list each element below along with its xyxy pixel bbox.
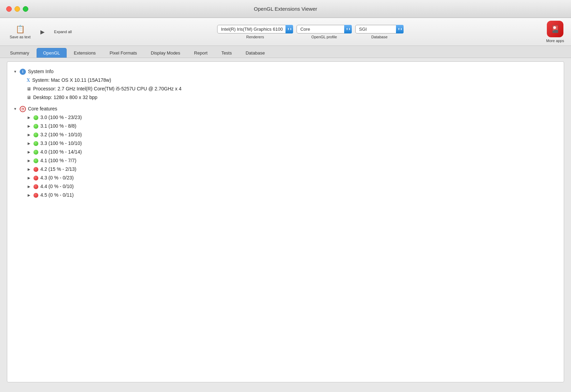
renderer-label: Renderers (246, 35, 264, 39)
osx-icon: X (27, 77, 30, 84)
main-content: i System Info X System: Mac OS X 10.11 (… (7, 61, 564, 382)
tab-pixel-formats[interactable]: Pixel Formats (103, 48, 143, 58)
tab-extensions[interactable]: Extensions (67, 48, 103, 58)
green-dot-1 (33, 124, 38, 129)
version-label-2: 3.2 (100 % - 10/10) (40, 131, 82, 138)
version-label-4: 4.0 (100 % - 14/14) (40, 148, 82, 156)
version-rows: 3.0 (100 % - 23/23)3.1 (100 % - 8/8)3.2 … (13, 113, 558, 199)
save-as-text-button[interactable]: 📋 Save as text (7, 23, 33, 40)
tab-summary[interactable]: Summary (3, 48, 36, 58)
core-features-header: Core features (13, 105, 558, 113)
profile-label: OpenGL profile (311, 35, 337, 39)
tab-opengl[interactable]: OpenGL (37, 48, 67, 58)
database-label: Database (371, 35, 387, 39)
version-row-0: 3.0 (100 % - 23/23) (13, 113, 558, 122)
version-label-9: 4.5 (0 % - 0/11) (40, 192, 74, 199)
profile-dropdown-wrapper: Core (297, 25, 352, 33)
red-dot-6 (33, 167, 38, 172)
version-toggle-8[interactable] (27, 184, 31, 189)
app-icon[interactable]: 🎴 (547, 21, 563, 37)
version-label-0: 3.0 (100 % - 23/23) (40, 114, 82, 121)
core-features-toggle[interactable] (13, 107, 18, 111)
database-dropdown[interactable]: SGI (355, 25, 404, 33)
version-row-3: 3.3 (100 % - 10/10) (13, 139, 558, 148)
version-label-5: 4.1 (100 % - 7/7) (40, 157, 76, 164)
processor-item-row: 🖥 Processor: 2.7 GHz Intel(R) Core(TM) i… (13, 85, 558, 93)
database-group: SGI Database (355, 25, 404, 39)
version-row-4: 4.0 (100 % - 14/14) (13, 148, 558, 156)
tab-tests[interactable]: Tests (215, 48, 238, 58)
database-dropdown-wrapper: SGI (355, 25, 404, 33)
desktop-item-text: Desktop: 1280 x 800 x 32 bpp (33, 94, 97, 101)
version-toggle-7[interactable] (27, 176, 31, 180)
version-toggle-1[interactable] (27, 124, 31, 129)
tabs-bar: Summary OpenGL Extensions Pixel Formats … (0, 46, 571, 58)
save-icon: 📋 (16, 25, 25, 34)
version-toggle-9[interactable] (27, 193, 31, 198)
version-toggle-0[interactable] (27, 115, 31, 120)
version-row-7: 4.3 (0 % - 0/23) (13, 174, 558, 182)
expand-all-button[interactable]: Expand all (51, 28, 75, 35)
version-label-3: 3.3 (100 % - 10/10) (40, 140, 82, 147)
green-dot-5 (33, 158, 38, 163)
profile-dropdown[interactable]: Core (297, 25, 352, 33)
green-dot-3 (33, 141, 38, 146)
version-toggle-5[interactable] (27, 158, 31, 163)
title-bar: ✕ − + OpenGL Extensions Viewer (0, 0, 571, 18)
system-info-toggle[interactable] (13, 69, 18, 74)
version-row-2: 3.2 (100 % - 10/10) (13, 130, 558, 139)
system-info-label: System Info (28, 68, 54, 75)
toolbar: 📋 Save as text ▶ Expand all Intel(R) Iri… (0, 18, 571, 46)
system-item-text: System: Mac OS X 10.11 (15A178w) (32, 77, 111, 84)
more-apps-label: More apps (546, 39, 564, 43)
version-row-6: 4.2 (15 % - 2/13) (13, 165, 558, 174)
minimize-button[interactable]: − (14, 6, 20, 12)
tab-report[interactable]: Report (187, 48, 214, 58)
maximize-button[interactable]: + (23, 6, 28, 12)
version-row-8: 4.4 (0 % - 0/10) (13, 182, 558, 191)
system-info-header: i System Info (13, 67, 558, 76)
save-label: Save as text (10, 35, 31, 39)
version-label-6: 4.2 (15 % - 2/13) (40, 166, 76, 173)
core-features-icon (20, 106, 26, 112)
version-row-9: 4.5 (0 % - 0/11) (13, 191, 558, 199)
red-dot-8 (33, 184, 38, 189)
tab-display-modes[interactable]: Display Modes (144, 48, 187, 58)
desktop-item-row: 🖥 Desktop: 1280 x 800 x 32 bpp (13, 93, 558, 102)
renderer-dropdown-wrapper: Intel(R) Iris(TM) Graphics 6100 (217, 25, 293, 33)
tab-database[interactable]: Database (239, 48, 271, 58)
version-label-7: 4.3 (0 % - 0/23) (40, 174, 74, 182)
system-item-row: X System: Mac OS X 10.11 (15A178w) (13, 76, 558, 85)
version-row-1: 3.1 (100 % - 8/8) (13, 122, 558, 130)
expand-label: Expand all (54, 30, 72, 34)
toolbar-dropdowns: Intel(R) Iris(TM) Graphics 6100 Renderer… (80, 25, 541, 39)
version-label-8: 4.4 (0 % - 0/10) (40, 183, 74, 190)
window-title: OpenGL Extensions Viewer (254, 6, 317, 12)
green-dot-0 (33, 115, 38, 120)
green-dot-4 (33, 150, 38, 155)
core-features-label: Core features (28, 105, 57, 112)
cpu-icon: 🖥 (27, 86, 31, 92)
version-toggle-3[interactable] (27, 141, 31, 146)
profile-group: Core OpenGL profile (297, 25, 352, 39)
play-button[interactable]: ▶ (38, 27, 47, 37)
version-toggle-2[interactable] (27, 133, 31, 137)
green-dot-2 (33, 133, 38, 137)
version-row-5: 4.1 (100 % - 7/7) (13, 156, 558, 165)
toolbar-left: 📋 Save as text ▶ Expand all (7, 23, 75, 40)
monitor-icon: 🖥 (27, 94, 31, 101)
info-icon: i (20, 69, 26, 75)
processor-item-text: Processor: 2.7 GHz Intel(R) Core(TM) i5-… (33, 85, 182, 92)
renderer-dropdown[interactable]: Intel(R) Iris(TM) Graphics 6100 (217, 25, 293, 33)
traffic-lights: ✕ − + (6, 6, 28, 12)
close-button[interactable]: ✕ (6, 6, 12, 12)
play-icon: ▶ (40, 29, 45, 35)
toolbar-right: 🎴 More apps (546, 21, 564, 43)
red-dot-9 (33, 193, 38, 198)
version-toggle-4[interactable] (27, 150, 31, 155)
red-dot-7 (33, 176, 38, 180)
version-toggle-6[interactable] (27, 167, 31, 172)
renderer-group: Intel(R) Iris(TM) Graphics 6100 Renderer… (217, 25, 293, 39)
version-label-1: 3.1 (100 % - 8/8) (40, 122, 76, 130)
core-features-section: Core features 3.0 (100 % - 23/23)3.1 (10… (13, 105, 558, 199)
